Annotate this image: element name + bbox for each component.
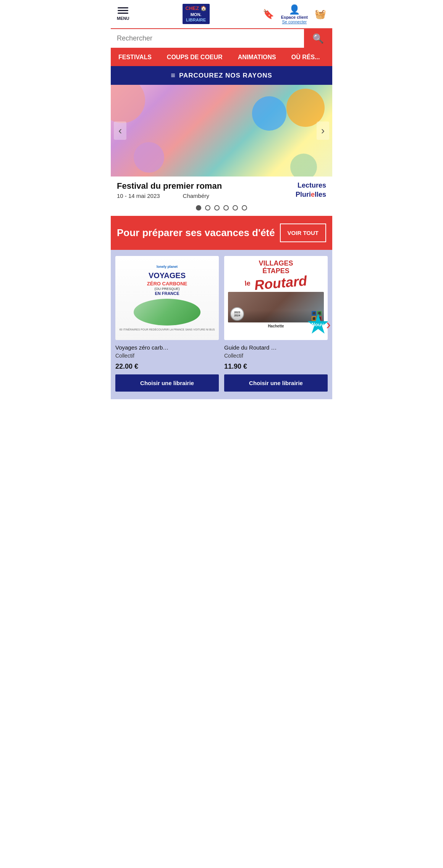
menu-button[interactable]: MENU [117,7,129,21]
product-name-2: Guide du Routard … [224,344,328,351]
nav-item-festivals[interactable]: FESTIVALS [111,49,159,66]
add-to-cart-button-2[interactable]: Choisir une librairie [224,374,328,392]
search-bar: 🔍 [111,28,332,49]
dot-6[interactable] [242,205,247,211]
book2-icon-c: ⬛ [312,316,316,321]
menu-label: MENU [117,16,129,21]
slider-prev-button[interactable]: ‹ [114,121,126,140]
add-to-cart-button-1[interactable]: Choisir une librairie [115,374,219,392]
book1-title: VOYAGES [149,271,186,280]
browse-bar[interactable]: ≡ PARCOUREZ NOS RAYONS [111,66,332,85]
promo-text: Pour préparer ses vacances d'été [117,227,280,240]
slider-dots [111,201,332,216]
deco-circle-4 [134,142,164,173]
book1-sub3: EN FRANCE [155,291,179,296]
product-author-2: Collectif [224,353,328,359]
hamburger-icon [118,7,128,14]
book2-photo: 2023 2024 ⬛ ⬛ ⬛ ⬛ [228,292,324,322]
book2-routard-text: le Routard [244,274,308,293]
book2-icon-b: ⬛ [317,311,322,316]
book2-cover: VILLAGES ÉTAPES le Routard 2023 2024 [224,256,328,340]
voir-tout-button[interactable]: VOIR TOUT [280,223,326,242]
slider-info: Festival du premier roman 10 - 14 mai 20… [111,177,332,201]
slider-background [111,85,332,177]
product-author-1: Collectif [115,353,219,359]
festival-meta: 10 - 14 mai 2023 Chambéry [117,193,222,199]
product-card-2[interactable]: VILLAGES ÉTAPES le Routard 2023 2024 [224,256,328,392]
festival-city: Chambéry [183,193,209,199]
book1-sub2: (OU PRESQUE) [154,287,179,291]
product-name-1: Voyages zéro carb… [115,344,219,351]
dot-5[interactable] [233,205,238,211]
browse-label: PARCOUREZ NOS RAYONS [179,72,272,79]
book1-brand: lonely planet [157,265,178,269]
product-price-2: 11.90 € [224,363,328,371]
search-button[interactable]: 🔍 [304,29,332,48]
logo-mon: MON. [186,12,207,17]
slider-text: Festival du premier roman 10 - 14 mai 20… [117,181,222,199]
logo[interactable]: CHEZ 🏠 MON. LIBRAIRE [183,4,210,24]
book2-icon-a: ⬛ [312,311,316,316]
deco-circle-5 [290,154,317,177]
dot-1[interactable] [196,205,201,211]
book1-map-graphic [134,299,201,326]
logo-libraire: LIBRAIRE [186,17,207,23]
promo-banner: Pour préparer ses vacances d'été VOIR TO… [111,216,332,250]
nav-item-animations[interactable]: ANIMATIONS [230,49,284,66]
header-icons: 🔖 👤 Espace client Se connecter 🧺 [263,4,326,24]
book2-year-badge: 2023 2024 [230,307,244,321]
site-header: MENU CHEZ 🏠 MON. LIBRAIRE 🔖 👤 Espace cli… [111,0,332,28]
le-text: le [244,279,251,287]
products-section: lonely planet VOYAGES ZÉRO CARBONE (OU P… [111,250,332,399]
product-price-1: 22.00 € [115,363,219,371]
search-icon: 🔍 [312,33,324,44]
book1-subtitle: ZÉRO CARBONE [147,281,187,287]
lectures-logo: LecturesPlurielles [296,181,326,199]
user-icon: 👤 [289,4,300,15]
hero-slider: ‹ › [111,85,332,177]
product-card-1[interactable]: lonely planet VOYAGES ZÉRO CARBONE (OU P… [115,256,219,392]
bookmark-icon[interactable]: 🔖 [263,9,274,19]
products-grid: lonely planet VOYAGES ZÉRO CARBONE (OU P… [115,256,328,392]
deco-circle-3 [252,96,286,131]
book1-footer: 60 ITINÉRAIRES POUR REDÉCOUVRIR LA FRANC… [120,328,215,332]
nav-item-ou-res[interactable]: OÙ RÉS... [284,49,328,66]
book2-publisher: Hachette [228,324,324,328]
dot-2[interactable] [205,205,210,211]
deco-circle-1 [111,85,145,123]
se-connecter-link[interactable]: Se connecter [282,19,307,24]
slider-next-button[interactable]: › [317,121,329,140]
dot-4[interactable] [223,205,229,211]
festival-date: 10 - 14 mai 2023 [117,193,160,199]
basket-icon[interactable]: 🧺 [315,9,326,19]
browse-icon: ≡ [171,71,175,80]
products-next-arrow[interactable]: › [325,314,332,336]
book1-cover: lonely planet VOYAGES ZÉRO CARBONE (OU P… [115,256,219,340]
product-image-1: lonely planet VOYAGES ZÉRO CARBONE (OU P… [115,256,219,340]
user-area[interactable]: 👤 Espace client Se connecter [281,4,308,24]
deco-circle-2 [286,89,325,127]
festival-title: Festival du premier roman [117,181,222,191]
book2-header-title1: VILLAGES ÉTAPES [228,260,324,275]
lectures-highlight: e [311,191,315,198]
dot-3[interactable] [214,205,220,211]
search-input[interactable] [111,29,304,48]
nav-item-coups-de-coeur[interactable]: COUPS DE COEUR [159,49,230,66]
logo-box: CHEZ 🏠 MON. LIBRAIRE [183,4,210,24]
espace-client-label: Espace client [281,15,308,19]
logo-chez: CHEZ 🏠 [186,5,207,12]
nav-bar: FESTIVALS COUPS DE COEUR ANIMATIONS OÙ R… [111,49,332,66]
product-image-2: VILLAGES ÉTAPES le Routard 2023 2024 [224,256,328,340]
